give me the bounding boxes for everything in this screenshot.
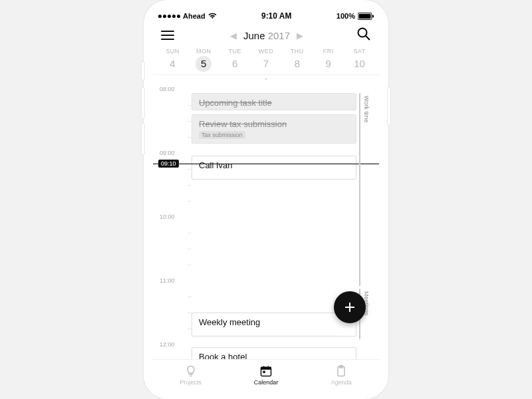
tab-bar: Projects Calendar Agenda (153, 359, 379, 390)
day-mon[interactable]: MON5 (188, 48, 219, 72)
status-time: 9:10 AM (261, 11, 292, 21)
event-title: Upcoming task title (199, 98, 272, 108)
lightbulb-icon (184, 364, 198, 378)
menu-icon[interactable] (161, 27, 177, 43)
hour-label: 08:00 (160, 86, 175, 92)
event-weekly-meeting[interactable]: Weekly meeting (192, 313, 356, 336)
svg-line-4 (366, 36, 370, 40)
next-month-icon[interactable]: ▶ (297, 31, 303, 41)
svg-rect-2 (372, 15, 374, 17)
event-book-hotel[interactable]: Book a hotel (192, 347, 356, 359)
add-button[interactable] (334, 291, 366, 323)
hour-label: 12:00 (160, 341, 175, 348)
event-review[interactable]: Review tax submission Tax submission (192, 114, 356, 144)
sidebar-work-time[interactable]: Work time (359, 93, 370, 286)
svg-rect-8 (261, 367, 271, 369)
tab-label: Agenda (331, 379, 352, 386)
wifi-icon (208, 13, 217, 19)
tab-agenda[interactable]: Agenda (304, 360, 379, 390)
hour-label: 09:00 (160, 150, 175, 156)
battery-percent: 100% (336, 12, 355, 20)
event-title: Review tax submission (199, 119, 287, 129)
svg-rect-1 (359, 14, 371, 19)
event-title: Call Ivan (199, 160, 233, 170)
hour-label: 10:00 (160, 213, 175, 220)
tab-calendar[interactable]: Calendar (228, 360, 303, 390)
collapse-week-icon[interactable]: ⌄ (153, 74, 379, 81)
svg-point-3 (358, 29, 366, 37)
day-fri[interactable]: FRI9 (313, 48, 344, 72)
calendar-icon (259, 364, 273, 378)
event-tag: Tax submission (199, 131, 245, 139)
now-badge: 09:10 (158, 160, 179, 168)
month-label: June (243, 30, 265, 41)
day-wed[interactable]: WED7 (251, 48, 282, 72)
day-tue[interactable]: TUE6 (219, 48, 251, 72)
plus-icon (343, 301, 356, 314)
svg-rect-11 (263, 371, 265, 373)
battery-icon (358, 13, 374, 20)
signal-dots-icon (158, 15, 180, 18)
prev-month-icon[interactable]: ◀ (230, 31, 237, 41)
timeline[interactable]: 08:00 09:00 10:00 11:00 12:00 Upcoming t… (153, 84, 379, 359)
event-call-ivan[interactable]: Call Ivan (192, 156, 356, 180)
now-line (153, 164, 379, 164)
carrier-label: Ahead (183, 12, 205, 20)
tab-label: Calendar (254, 379, 279, 386)
clipboard-icon (334, 364, 348, 378)
event-upcoming[interactable]: Upcoming task title (192, 93, 356, 110)
day-thu[interactable]: THU8 (281, 48, 313, 72)
tab-label: Projects (180, 379, 201, 386)
day-sun[interactable]: SUN4 (157, 48, 188, 72)
search-icon[interactable] (356, 27, 371, 44)
hour-label: 11:00 (160, 277, 175, 284)
status-bar: Ahead 9:10 AM 100% (153, 9, 379, 23)
header-bar: ◀ June 2017 ▶ (153, 23, 379, 47)
week-row: SUN4 MON5 TUE6 WED7 THU8 FRI9 SAT10 (153, 47, 379, 75)
month-picker[interactable]: ◀ June 2017 ▶ (230, 30, 303, 41)
day-sat[interactable]: SAT10 (344, 48, 375, 72)
tab-projects[interactable]: Projects (153, 360, 228, 390)
event-title: Weekly meeting (199, 317, 260, 327)
year-label: 2017 (268, 30, 290, 41)
event-title: Book a hotel (199, 352, 247, 359)
